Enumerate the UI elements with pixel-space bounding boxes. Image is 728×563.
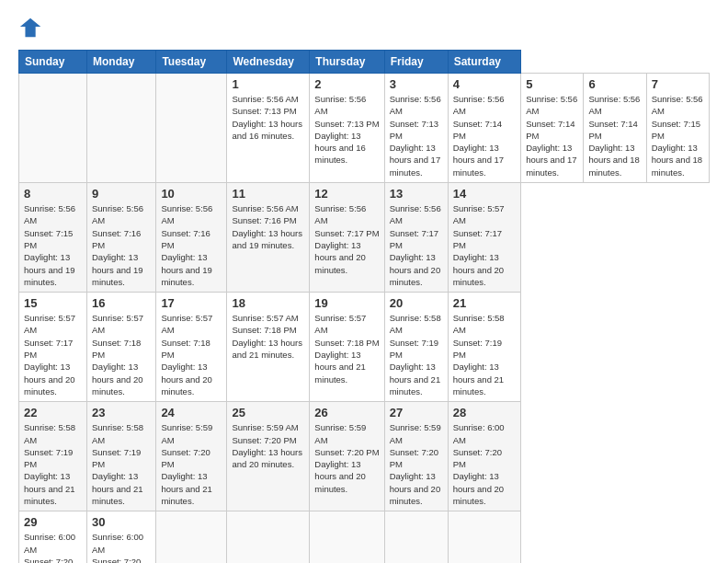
- day-info: Sunrise: 6:00 AM Sunset: 7:20 PM Dayligh…: [92, 531, 151, 563]
- page: SundayMondayTuesdayWednesdayThursdayFrid…: [0, 0, 728, 563]
- daylight-text: Daylight: 13 hours and 17 minutes.: [526, 143, 576, 178]
- header: [18, 15, 710, 40]
- sunrise-text: Sunrise: 5:58 AM: [390, 313, 441, 335]
- day-number: 1: [232, 77, 304, 91]
- day-info: Sunrise: 5:56 AM Sunset: 7:13 PM Dayligh…: [314, 93, 379, 167]
- calendar-cell: [156, 74, 227, 183]
- day-info: Sunrise: 5:58 AM Sunset: 7:19 PM Dayligh…: [24, 421, 82, 507]
- sunset-text: Sunset: 7:17 PM: [390, 228, 438, 250]
- day-info: Sunrise: 5:56 AM Sunset: 7:14 PM Dayligh…: [588, 93, 641, 178]
- day-number: 4: [453, 77, 517, 91]
- sunrise-text: Sunrise: 5:57 AM: [161, 313, 212, 335]
- calendar-cell: 1 Sunrise: 5:56 AM Sunset: 7:13 PM Dayli…: [227, 74, 310, 183]
- calendar-cell: 21 Sunrise: 5:58 AM Sunset: 7:19 PM Dayl…: [448, 293, 521, 402]
- daylight-text: Daylight: 13 hours and 20 minutes.: [453, 471, 504, 506]
- day-info: Sunrise: 5:56 AM Sunset: 7:15 PM Dayligh…: [652, 93, 704, 178]
- day-number: 28: [453, 406, 517, 419]
- day-number: 11: [232, 187, 304, 201]
- day-info: Sunrise: 5:58 AM Sunset: 7:19 PM Dayligh…: [453, 312, 517, 397]
- sunrise-text: Sunrise: 5:57 AM: [453, 203, 505, 225]
- day-number: 22: [24, 406, 82, 419]
- logo-icon: [18, 15, 44, 40]
- calendar-cell: 8 Sunrise: 5:56 AM Sunset: 7:15 PM Dayli…: [19, 183, 87, 293]
- daylight-text: Daylight: 13 hours and 21 minutes.: [24, 471, 74, 506]
- calendar-cell: [87, 74, 156, 183]
- sunrise-text: Sunrise: 5:56 AM: [652, 94, 703, 116]
- week-row-4: 29 Sunrise: 6:00 AM Sunset: 7:20 PM Dayl…: [19, 511, 710, 563]
- calendar-cell: 7 Sunrise: 5:56 AM Sunset: 7:15 PM Dayli…: [646, 74, 709, 183]
- day-number: 13: [390, 187, 443, 201]
- calendar-cell: [310, 511, 384, 563]
- calendar-cell: 28 Sunrise: 6:00 AM Sunset: 7:20 PM Dayl…: [448, 402, 521, 511]
- sunrise-text: Sunrise: 5:56 AM: [314, 203, 366, 225]
- day-number: 30: [92, 515, 151, 529]
- day-info: Sunrise: 5:57 AM Sunset: 7:18 PM Dayligh…: [314, 312, 379, 385]
- sunset-text: Sunset: 7:14 PM: [588, 119, 637, 141]
- daylight-text: Daylight: 13 hours and 21 minutes.: [92, 471, 142, 506]
- calendar-cell: 17 Sunrise: 5:57 AM Sunset: 7:18 PM Dayl…: [156, 293, 227, 402]
- calendar-cell: 23 Sunrise: 5:58 AM Sunset: 7:19 PM Dayl…: [87, 402, 156, 511]
- sunrise-text: Sunrise: 5:58 AM: [92, 422, 143, 444]
- daylight-text: Daylight: 13 hours and 20 minutes.: [161, 362, 211, 396]
- sunrise-text: Sunrise: 5:57 AM: [24, 313, 75, 335]
- sunset-text: Sunset: 7:16 PM: [92, 228, 141, 250]
- calendar-cell: 11 Sunrise: 5:56 AM Sunset: 7:16 PM Dayl…: [227, 183, 310, 293]
- daylight-text: Daylight: 13 hours and 20 minutes.: [24, 362, 74, 396]
- daylight-text: Daylight: 13 hours and 20 minutes.: [232, 447, 302, 469]
- calendar-cell: [384, 511, 448, 563]
- day-info: Sunrise: 5:56 AM Sunset: 7:16 PM Dayligh…: [232, 202, 304, 251]
- sunset-text: Sunset: 7:20 PM: [453, 447, 502, 469]
- day-number: 18: [232, 296, 304, 310]
- day-number: 29: [24, 515, 82, 529]
- day-info: Sunrise: 5:57 AM Sunset: 7:18 PM Dayligh…: [161, 312, 222, 397]
- sunrise-text: Sunrise: 5:59 AM: [390, 422, 441, 444]
- sunrise-text: Sunrise: 6:00 AM: [24, 532, 75, 554]
- day-number: 8: [24, 187, 82, 201]
- calendar-cell: 18 Sunrise: 5:57 AM Sunset: 7:18 PM Dayl…: [227, 293, 310, 402]
- day-number: 19: [314, 296, 379, 310]
- sunset-text: Sunset: 7:17 PM: [24, 338, 73, 360]
- daylight-text: Daylight: 13 hours and 17 minutes.: [453, 143, 504, 178]
- sunset-text: Sunset: 7:18 PM: [161, 338, 210, 360]
- calendar-cell: 10 Sunrise: 5:56 AM Sunset: 7:16 PM Dayl…: [156, 183, 227, 293]
- calendar-cell: [227, 511, 310, 563]
- sunrise-text: Sunrise: 5:59 AM: [232, 422, 298, 432]
- calendar-cell: 2 Sunrise: 5:56 AM Sunset: 7:13 PM Dayli…: [310, 74, 384, 183]
- daylight-text: Daylight: 13 hours and 19 minutes.: [24, 252, 74, 287]
- sunrise-text: Sunrise: 5:56 AM: [390, 94, 441, 116]
- sunset-text: Sunset: 7:20 PM: [161, 447, 210, 469]
- day-number: 12: [314, 187, 379, 201]
- daylight-text: Daylight: 13 hours and 20 minutes.: [390, 252, 440, 287]
- sunset-text: Sunset: 7:19 PM: [24, 447, 73, 469]
- sunrise-text: Sunrise: 5:57 AM: [232, 313, 298, 323]
- daylight-text: Daylight: 13 hours and 19 minutes.: [92, 252, 142, 287]
- sunset-text: Sunset: 7:19 PM: [92, 447, 141, 469]
- day-info: Sunrise: 5:59 AM Sunset: 7:20 PM Dayligh…: [314, 421, 379, 495]
- sunset-text: Sunset: 7:18 PM: [314, 338, 379, 348]
- day-number: 10: [161, 187, 222, 201]
- day-info: Sunrise: 5:56 AM Sunset: 7:16 PM Dayligh…: [161, 202, 222, 288]
- day-info: Sunrise: 5:57 AM Sunset: 7:18 PM Dayligh…: [232, 312, 304, 361]
- sunrise-text: Sunrise: 5:59 AM: [314, 422, 366, 444]
- logo: [18, 15, 48, 40]
- sunrise-text: Sunrise: 5:58 AM: [453, 313, 505, 335]
- sunrise-text: Sunrise: 5:56 AM: [314, 94, 366, 116]
- svg-marker-0: [20, 18, 40, 38]
- calendar-cell: 22 Sunrise: 5:58 AM Sunset: 7:19 PM Dayl…: [19, 402, 87, 511]
- calendar-cell: [19, 74, 87, 183]
- daylight-text: Daylight: 13 hours and 19 minutes.: [232, 228, 302, 250]
- sunset-text: Sunset: 7:13 PM: [314, 119, 379, 129]
- week-row-2: 15 Sunrise: 5:57 AM Sunset: 7:17 PM Dayl…: [19, 293, 710, 402]
- sunrise-text: Sunrise: 5:56 AM: [588, 94, 640, 116]
- day-info: Sunrise: 5:57 AM Sunset: 7:18 PM Dayligh…: [92, 312, 151, 397]
- day-number: 27: [390, 406, 443, 419]
- sunset-text: Sunset: 7:13 PM: [232, 106, 296, 116]
- daylight-text: Daylight: 13 hours and 21 minutes.: [161, 471, 211, 506]
- day-info: Sunrise: 5:59 AM Sunset: 7:20 PM Dayligh…: [161, 421, 222, 507]
- calendar-cell: 9 Sunrise: 5:56 AM Sunset: 7:16 PM Dayli…: [87, 183, 156, 293]
- header-wednesday: Wednesday: [227, 51, 310, 74]
- day-number: 9: [92, 187, 151, 201]
- daylight-text: Daylight: 13 hours and 20 minutes.: [92, 362, 142, 396]
- day-info: Sunrise: 5:58 AM Sunset: 7:19 PM Dayligh…: [390, 312, 443, 397]
- sunset-text: Sunset: 7:20 PM: [232, 435, 296, 445]
